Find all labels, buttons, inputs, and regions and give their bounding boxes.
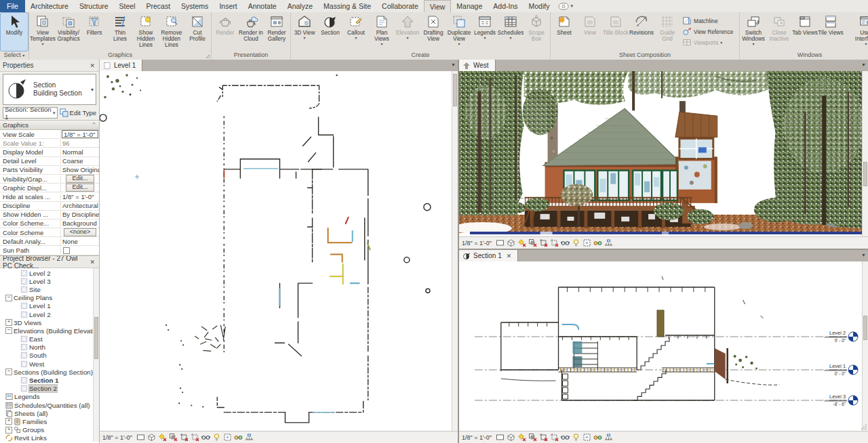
shadows-icon[interactable] <box>528 433 537 442</box>
ribbon-display-dropdown-icon[interactable]: ▾ <box>570 3 573 9</box>
shadows-icon[interactable] <box>528 238 537 247</box>
chevron-down-icon[interactable]: ▾ <box>89 87 96 93</box>
tile-views-button[interactable]: Tile Views <box>818 13 844 51</box>
scale-button[interactable]: 1/8" = 1'-0" <box>102 434 132 441</box>
switch-windows-button[interactable]: Switch Windows▾ <box>741 13 766 51</box>
legends-button[interactable]: Legends▾ <box>472 13 498 51</box>
matchline-button[interactable]: Matchline <box>682 16 736 26</box>
crop-view-icon[interactable] <box>180 433 189 442</box>
type-selector[interactable]: SectionBuilding Section ▾ <box>3 74 96 105</box>
menu-tab-addins[interactable]: Add-Ins <box>488 0 523 12</box>
crop-region-icon[interactable] <box>550 238 559 247</box>
render-in-cloud-button[interactable]: Render in Cloud <box>238 13 264 51</box>
close-icon[interactable]: ✕ <box>88 259 96 266</box>
tree-item-revit-links[interactable]: Revit Links <box>0 434 99 442</box>
expander-closed-icon[interactable]: + <box>5 319 12 326</box>
expander-closed-icon[interactable]: + <box>5 418 12 425</box>
duplicate-view-button[interactable]: Duplicate View▾ <box>446 13 472 51</box>
tree-item-3d-views[interactable]: +3D Views <box>0 318 99 326</box>
expander-open-icon[interactable]: − <box>5 295 12 301</box>
3d-view-button[interactable]: 3D View▾ <box>292 13 317 51</box>
sun-path-icon[interactable] <box>517 238 526 247</box>
view-scale-input[interactable]: 1/8" = 1'-0" <box>62 130 98 138</box>
tree-item-level3[interactable]: Level 3 <box>0 277 99 285</box>
menu-tab-structure[interactable]: Structure <box>74 0 114 12</box>
visual-style-icon[interactable] <box>147 433 156 442</box>
menu-tab-modify[interactable]: Modify <box>524 0 555 12</box>
tree-item-legends[interactable]: Legends <box>0 393 99 401</box>
visual-style-icon[interactable] <box>507 238 515 247</box>
expander-open-icon[interactable]: − <box>5 368 12 375</box>
ribbon-display-toggle-icon[interactable] <box>558 2 569 11</box>
plan-canvas[interactable] <box>100 71 458 431</box>
reveal-hidden-elements-icon[interactable] <box>572 433 580 442</box>
close-tab-icon[interactable]: ✕ <box>507 253 512 259</box>
menu-tab-manage[interactable]: Manage <box>451 0 488 12</box>
sun-path-checkbox[interactable] <box>63 247 70 254</box>
tree-item-section1[interactable]: Section 1 <box>0 376 99 384</box>
tree-item-level2[interactable]: Level 2 <box>0 269 99 277</box>
tree-item-groups[interactable]: +Groups <box>0 426 99 434</box>
west-canvas[interactable] <box>459 71 868 236</box>
menu-tab-annotate[interactable]: Annotate <box>243 0 282 12</box>
user-interface-button[interactable]: User Interface▾ <box>853 13 868 51</box>
modify-button[interactable]: Modify <box>1 13 28 51</box>
tab-section1[interactable]: Section 1✕ <box>459 250 518 261</box>
collapse-icon[interactable]: ⌃ <box>92 122 96 128</box>
section-vertical-scrollbar[interactable] <box>862 261 868 431</box>
worksharing-display-icon[interactable] <box>593 238 602 247</box>
expander-closed-icon[interactable]: + <box>5 427 12 434</box>
tab-overflow-icon[interactable]: ▼ <box>861 253 866 257</box>
west-vertical-scrollbar[interactable] <box>862 71 868 236</box>
visibility-graphics-button[interactable]: Visibility/ Graphics <box>56 13 81 51</box>
detail-level-icon[interactable] <box>496 238 505 247</box>
menu-tab-insert[interactable]: Insert <box>214 0 242 12</box>
menu-tab-steel[interactable]: Steel <box>114 0 141 12</box>
tree-item-north[interactable]: North <box>0 343 99 352</box>
menu-tab-massing-site[interactable]: Massing & Site <box>318 0 376 12</box>
sun-path-icon[interactable] <box>517 433 526 442</box>
plan-vertical-scrollbar[interactable] <box>452 71 458 431</box>
crop-region-icon[interactable] <box>550 433 559 442</box>
tab-west[interactable]: West <box>459 60 496 71</box>
drafting-view-button[interactable]: Drafting View <box>420 13 446 51</box>
detail-level-icon[interactable] <box>496 433 505 442</box>
cut-profile-button[interactable]: Cut Profile <box>184 13 210 51</box>
remove-hidden-lines-button[interactable]: Remove Hidden Lines <box>159 13 184 51</box>
tree-item-sections[interactable]: −Sections (Building Section) <box>0 368 99 376</box>
render-gallery-button[interactable]: Render Gallery <box>264 13 290 51</box>
schedules-button[interactable]: Schedules▾ <box>498 13 524 51</box>
section-button[interactable]: Section <box>317 13 343 51</box>
menu-tab-architecture[interactable]: Architecture <box>25 0 74 12</box>
color-scheme-button[interactable]: <none> <box>64 228 97 236</box>
shadows-icon[interactable] <box>169 433 178 442</box>
reveal-hidden-elements-icon[interactable] <box>572 238 580 247</box>
menu-tab-collaborate[interactable]: Collaborate <box>376 0 424 12</box>
view-templates-button[interactable]: View Templates▾ <box>30 13 56 51</box>
detail-level-icon[interactable] <box>136 433 145 442</box>
tab-views-button[interactable]: Tab Views <box>792 13 818 51</box>
section-canvas[interactable]: Level 2 9' - 0" Level 1 0' - 0" <box>459 261 868 431</box>
tree-item-schedules[interactable]: Schedules/Quantities (all) <box>0 401 99 409</box>
crop-view-icon[interactable] <box>539 433 548 442</box>
revisions-button[interactable]: Revisions <box>629 13 654 51</box>
close-icon[interactable]: ✕ <box>88 62 96 69</box>
callout-button[interactable]: Callout▾ <box>343 13 369 51</box>
tree-item-section2[interactable]: Section 2 <box>0 385 99 393</box>
filters-button[interactable]: Filters <box>81 13 107 51</box>
view-reference-button[interactable]: View Reference <box>682 27 736 37</box>
temporary-view-properties-icon[interactable] <box>223 433 232 442</box>
show-hidden-lines-button[interactable]: Show Hidden Lines <box>133 13 159 51</box>
tab-level1[interactable]: Level 1 <box>100 60 142 71</box>
graphics-group-header[interactable]: Graphics⌃ <box>0 120 99 130</box>
temporary-view-properties-icon[interactable] <box>583 433 591 442</box>
file-menu-tab[interactable]: File <box>0 0 25 12</box>
plan-views-button[interactable]: Plan Views▾ <box>369 13 395 51</box>
tree-item-east[interactable]: East <box>0 335 99 343</box>
thin-lines-button[interactable]: Thin Lines <box>107 13 133 51</box>
worksharing-display-icon[interactable] <box>593 433 602 442</box>
reveal-constraints-icon[interactable] <box>604 238 613 247</box>
reveal-constraints-icon[interactable] <box>245 433 254 442</box>
sun-path-icon[interactable] <box>158 433 167 442</box>
menu-tab-systems[interactable]: Systems <box>176 0 214 12</box>
